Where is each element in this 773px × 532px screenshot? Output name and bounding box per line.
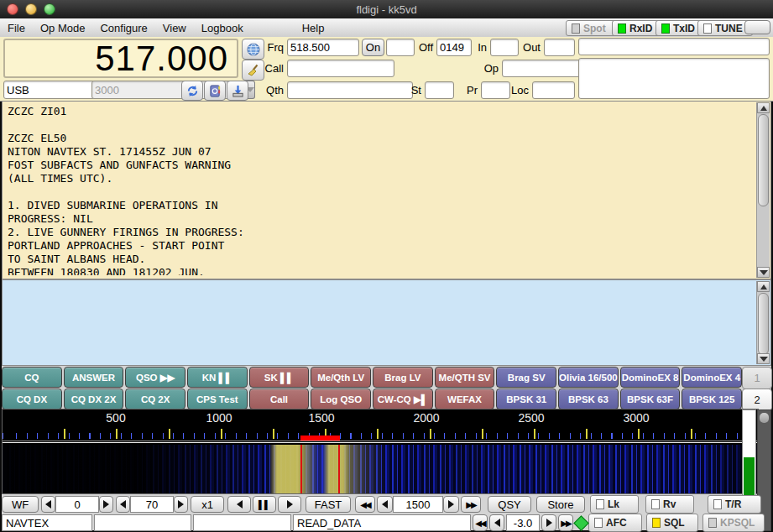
out-label: Out	[504, 41, 541, 54]
macro-bpsk125[interactable]: BPSK 125	[682, 389, 742, 409]
wf-speed-button[interactable]: FAST	[306, 496, 351, 513]
info-field[interactable]	[578, 38, 770, 55]
macro-kn[interactable]: KN ▌▌	[187, 367, 248, 388]
waterfall-display[interactable]: 500 1000 1500 2000 2500 3000	[2, 409, 759, 494]
macro-dominoex8[interactable]: DominoEX 8	[620, 367, 681, 388]
menu-op-mode[interactable]: Op Mode	[33, 20, 92, 36]
qsy-button[interactable]: QSY	[488, 496, 531, 513]
rx-scroll-thumb[interactable]	[758, 114, 769, 206]
carrier-decrement[interactable]	[377, 496, 393, 513]
tx-scroll-up-button[interactable]	[757, 281, 770, 292]
ref-level-increment[interactable]	[99, 496, 113, 513]
metric-dbl-increment[interactable]: ▶▶	[558, 514, 573, 531]
macro-set-1-button[interactable]: 1	[742, 367, 772, 389]
qth-input[interactable]	[287, 81, 413, 99]
macro-cq[interactable]: CQ	[2, 367, 62, 388]
macro-brag-sv[interactable]: Brag SV	[496, 367, 556, 388]
arrow-right-icon	[546, 519, 552, 527]
sync-button[interactable]	[181, 81, 203, 101]
range-value[interactable]: 70	[130, 496, 174, 513]
lock-toggle[interactable]: Lk	[590, 495, 639, 514]
menu-configure[interactable]: Configure	[92, 20, 154, 36]
macro-bpsk63f[interactable]: BPSK 63F	[620, 389, 681, 409]
arrow-left-icon	[45, 500, 51, 509]
menu-file[interactable]: File	[0, 20, 33, 36]
macro-qso[interactable]: QSO ▶▶	[125, 367, 185, 388]
zoom-x1-button[interactable]: x1	[191, 496, 224, 513]
sql-toggle[interactable]: SQL	[646, 514, 698, 532]
bandwidth-combo[interactable]	[91, 81, 179, 99]
center-pause-button[interactable]: ▌▌	[253, 496, 276, 513]
reverse-toggle[interactable]: Rv	[645, 495, 694, 514]
macro-set-2-button[interactable]: 2	[742, 389, 772, 411]
carrier-frequency[interactable]: 1500	[393, 496, 443, 513]
metric-increment[interactable]	[541, 514, 556, 531]
macro-cq-dx-2x[interactable]: CQ DX 2X	[64, 389, 124, 409]
tx-scroll-thumb[interactable]	[758, 293, 769, 355]
macro-cps-test[interactable]: CPS Test	[187, 389, 248, 409]
rx-scroll-up-button[interactable]	[757, 102, 770, 113]
out-input[interactable]	[544, 39, 575, 56]
store-button[interactable]: Store	[536, 496, 585, 513]
menu-logbook[interactable]: Logbook	[194, 20, 251, 36]
rx-scrollbar[interactable]	[756, 102, 770, 278]
carrier-increment[interactable]	[443, 496, 459, 513]
st-input[interactable]	[425, 81, 454, 99]
logbook-dialog-button[interactable]	[204, 81, 226, 101]
wf-mode-button[interactable]: WF	[2, 496, 39, 513]
scroll-right-button[interactable]	[278, 496, 301, 513]
macro-call[interactable]: Call	[249, 389, 310, 409]
arrow-right-icon	[103, 500, 109, 509]
metric-dbl-decrement[interactable]: ◀◀	[473, 514, 488, 531]
waterfall-scroll-handle[interactable]	[760, 413, 769, 423]
macro-me-qth-sv[interactable]: Me/QTH SV	[435, 367, 495, 388]
frequency-display[interactable]: 517.000	[3, 39, 238, 78]
rx-scroll-down-button[interactable]	[757, 267, 770, 278]
carrier-dbl-increment[interactable]: ▶▶	[461, 496, 481, 513]
frq-input[interactable]	[287, 39, 359, 56]
blank-button[interactable]	[744, 20, 770, 34]
macro-olivia[interactable]: Olivia 16/500	[558, 367, 619, 388]
metric-value[interactable]: -3.0	[506, 514, 540, 531]
squelch-indicator	[573, 518, 588, 529]
mode-combo[interactable]	[3, 81, 89, 99]
notes-field[interactable]	[578, 58, 770, 99]
receive-text-pane[interactable]: ZCZC ZI01 ZCZC EL50 NITON NAVTEX ST. 171…	[2, 101, 771, 279]
mode-status[interactable]: NAVTEX	[2, 514, 92, 531]
tx-scrollbar[interactable]	[756, 281, 770, 364]
ref-level-value[interactable]: 0	[55, 496, 99, 513]
range-decrement[interactable]	[116, 496, 130, 513]
waterfall-spectrum[interactable]	[3, 445, 758, 493]
carrier-dbl-decrement[interactable]: ◀◀	[355, 496, 375, 513]
transmit-text-pane[interactable]	[2, 279, 771, 366]
afc-toggle[interactable]: AFC	[588, 514, 642, 532]
macro-bpsk31[interactable]: BPSK 31	[496, 389, 556, 409]
macro-wefax[interactable]: WEFAX	[435, 389, 495, 409]
macro-cq-2x[interactable]: CQ 2X	[125, 389, 185, 409]
afc-led-icon	[594, 518, 603, 528]
macro-brag-lv[interactable]: Brag LV	[373, 367, 433, 388]
call-input[interactable]	[287, 60, 394, 77]
macro-dominoex4[interactable]: DominoEX 4	[682, 367, 742, 388]
macro-cq-dx[interactable]: CQ DX	[2, 389, 62, 409]
macro-answer[interactable]: ANSWER	[64, 367, 124, 388]
waterfall-scale-1000: 1000	[206, 411, 232, 425]
tx-scroll-down-button[interactable]	[757, 353, 770, 364]
pr-label: Pr	[457, 84, 478, 96]
metric-decrement[interactable]	[489, 514, 504, 531]
ref-level-decrement[interactable]	[41, 496, 55, 513]
call-label: Call	[242, 62, 284, 75]
scroll-left-button[interactable]	[227, 496, 251, 513]
menu-view[interactable]: View	[155, 20, 194, 36]
macro-bpsk63[interactable]: BPSK 63	[558, 389, 619, 409]
macro-cw-cq[interactable]: CW-CQ ▶▌	[373, 389, 433, 409]
macro-sk[interactable]: SK ▌▌	[249, 367, 310, 388]
macro-me-qth-lv[interactable]: Me/Qth LV	[311, 367, 371, 388]
tx-rx-toggle[interactable]: T/R	[708, 495, 761, 514]
range-increment[interactable]	[174, 496, 188, 513]
menu-help[interactable]: Help	[295, 20, 332, 36]
kpsql-toggle[interactable]: KPSQL	[702, 514, 765, 532]
loc-input[interactable]	[532, 81, 575, 99]
on-button[interactable]: On	[362, 39, 384, 56]
macro-log-qso[interactable]: Log QSO	[311, 389, 371, 409]
